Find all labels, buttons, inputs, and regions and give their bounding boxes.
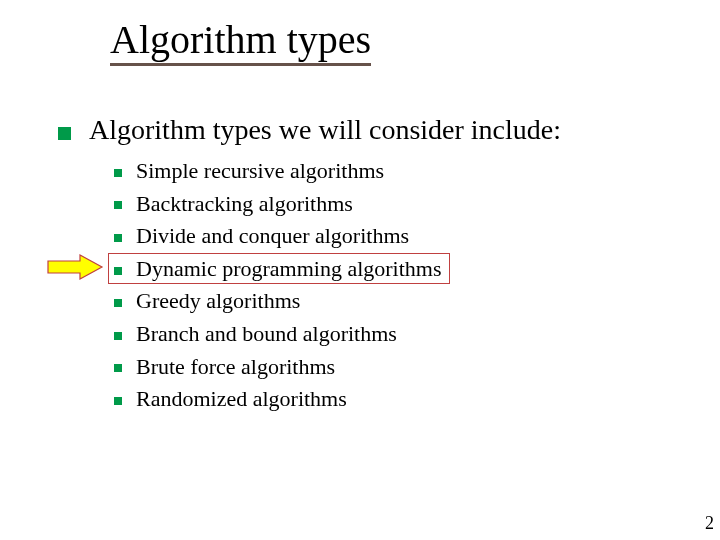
sub-list: Simple recursive algorithms Backtracking…: [114, 157, 561, 414]
highlight-box: [108, 253, 450, 284]
list-item: Brute force algorithms: [114, 353, 561, 382]
list-item: Backtracking algorithms: [114, 190, 561, 219]
list-item-label: Branch and bound algorithms: [136, 321, 397, 346]
list-item-label: Randomized algorithms: [136, 386, 347, 411]
square-bullet-icon: [114, 364, 122, 372]
list-item-label: Simple recursive algorithms: [136, 158, 384, 183]
slide: Algorithm types Algorithm types we will …: [0, 0, 720, 540]
list-item-label: Backtracking algorithms: [136, 191, 353, 216]
list-item: Greedy algorithms: [114, 287, 561, 316]
square-bullet-icon: [114, 332, 122, 340]
list-item: Branch and bound algorithms: [114, 320, 561, 349]
list-item-label: Greedy algorithms: [136, 288, 300, 313]
square-bullet-icon: [114, 299, 122, 307]
square-bullet-icon: [114, 169, 122, 177]
list-item-label: Algorithm types we will consider include…: [89, 114, 561, 145]
list-item: Randomized algorithms: [114, 385, 561, 414]
square-bullet-icon: [114, 234, 122, 242]
list-item-label: Divide and conquer algorithms: [136, 223, 409, 248]
list-item-label: Brute force algorithms: [136, 354, 335, 379]
square-bullet-icon: [114, 397, 122, 405]
square-bullet-icon: [114, 201, 122, 209]
square-bullet-icon: [58, 127, 71, 140]
svg-marker-0: [48, 255, 102, 279]
slide-title: Algorithm types: [110, 18, 371, 62]
page-number: 2: [705, 513, 714, 534]
list-item: Simple recursive algorithms: [114, 157, 561, 186]
list-item: Algorithm types we will consider include…: [58, 112, 561, 147]
list-item: Divide and conquer algorithms: [114, 222, 561, 251]
arrow-right-icon: [46, 253, 106, 283]
title-container: Algorithm types: [110, 18, 371, 62]
title-underline: [110, 63, 371, 66]
